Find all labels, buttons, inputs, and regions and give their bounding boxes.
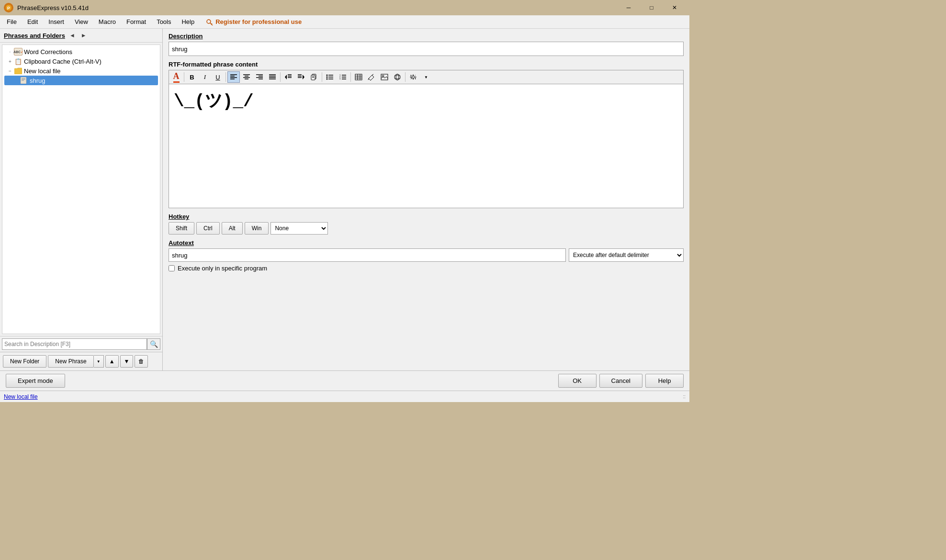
tree-expander[interactable]: + — [6, 59, 14, 64]
new-phrase-dropdown[interactable]: ▼ — [94, 355, 104, 368]
new-phrase-button[interactable]: New Phrase — [48, 355, 93, 368]
phrase-icon — [20, 77, 28, 84]
maximize-button[interactable]: □ — [641, 0, 663, 15]
align-left-button[interactable] — [227, 71, 240, 83]
web-button[interactable] — [391, 71, 404, 83]
help-button[interactable]: Help — [645, 374, 684, 388]
menu-tools[interactable]: Tools — [152, 16, 176, 27]
description-input[interactable] — [169, 42, 684, 56]
new-phrase-container: New Phrase ▼ — [48, 355, 103, 368]
search-button[interactable]: 🔍 — [147, 338, 160, 350]
svg-rect-49 — [355, 74, 362, 80]
hotkey-shift-button[interactable]: Shift — [169, 222, 194, 235]
rtf-label: RTF-formatted phrase content — [169, 61, 684, 68]
statusbar: New local file :: — [0, 391, 689, 402]
hotkey-win-button[interactable]: Win — [245, 222, 269, 235]
titlebar-controls: ─ □ ✕ — [618, 0, 686, 15]
align-justify-button[interactable] — [266, 71, 279, 83]
hotkey-dropdown[interactable]: None F1F2F3F4 F5F6F7F8 F9F10F11F12 — [270, 222, 328, 235]
dropdown-arrow-button[interactable]: ▼ — [420, 71, 432, 83]
toolbar-separator — [405, 72, 405, 82]
svg-line-54 — [372, 74, 373, 75]
key-icon — [206, 18, 214, 26]
nav-back-arrow[interactable]: ◄ — [68, 32, 77, 39]
description-label: Description — [169, 33, 684, 40]
rtf-content-wrapper: \_(ツ)_/ — [169, 84, 684, 208]
tree-expander[interactable]: − — [6, 68, 14, 74]
tree-label-local-file: New local file — [24, 67, 61, 75]
copy-formatting-button[interactable] — [308, 71, 320, 83]
description-section: Description — [169, 33, 684, 61]
menu-file[interactable]: File — [2, 16, 22, 27]
cancel-button[interactable]: Cancel — [599, 374, 642, 388]
ok-button[interactable]: OK — [558, 374, 597, 388]
move-up-button[interactable]: ▲ — [105, 355, 119, 368]
menu-edit[interactable]: Edit — [23, 16, 43, 27]
indent-increase-button[interactable] — [295, 71, 307, 83]
svg-point-62 — [412, 76, 415, 78]
tree-item-clipboard[interactable]: + 📋 Clipboard Cache (Ctrl-Alt-V) — [4, 56, 158, 66]
svg-point-59 — [396, 74, 399, 80]
phrases-header: Phrases and Folders ◄ ► — [0, 29, 162, 43]
settings-button[interactable] — [407, 71, 419, 83]
align-center-button[interactable] — [240, 71, 253, 83]
bottom-buttons: New Folder New Phrase ▼ ▲ ▼ 🗑 — [0, 352, 162, 370]
menu-format[interactable]: Format — [122, 16, 151, 27]
menu-help[interactable]: Help — [177, 16, 199, 27]
font-color-button[interactable]: A — [170, 71, 182, 83]
tree-item-word-corrections[interactable]: · ABC✓ Word Corrections — [4, 47, 158, 56]
statusbar-dots: :: — [683, 394, 686, 399]
toolbar-separator — [184, 72, 184, 82]
bullet-list-button[interactable] — [324, 71, 336, 83]
tree-expander[interactable]: · — [6, 49, 14, 55]
menu-insert[interactable]: Insert — [44, 16, 69, 27]
hotkey-ctrl-button[interactable]: Ctrl — [196, 222, 220, 235]
autotext-execute-dropdown[interactable]: Execute after default delimiter Execute … — [569, 248, 684, 262]
action-bar: Expert mode OK Cancel Help — [0, 370, 689, 391]
new-folder-button[interactable]: New Folder — [3, 355, 46, 368]
hotkey-alt-button[interactable]: Alt — [222, 222, 243, 235]
italic-button[interactable]: I — [199, 71, 211, 83]
specific-program-checkbox[interactable] — [169, 265, 175, 271]
autotext-section: Autotext Execute after default delimiter… — [169, 239, 684, 272]
svg-line-55 — [368, 78, 369, 80]
table-button[interactable] — [352, 71, 365, 83]
menu-view[interactable]: View — [70, 16, 93, 27]
underline-button[interactable]: U — [212, 71, 224, 83]
rtf-content-area[interactable]: \_(ツ)_/ — [169, 84, 684, 208]
search-input[interactable] — [2, 338, 147, 350]
register-link[interactable]: Register for professional use — [206, 18, 302, 26]
autotext-row: Execute after default delimiter Execute … — [169, 248, 684, 262]
image-button[interactable] — [378, 71, 391, 83]
rtf-section: RTF-formatted phrase content A B I U — [169, 61, 684, 208]
left-panel: Phrases and Folders ◄ ► · ABC✓ Word Corr… — [0, 29, 163, 370]
phrases-header-label: Phrases and Folders — [4, 32, 65, 39]
toolbar-separator — [280, 72, 281, 82]
indent-decrease-button[interactable] — [282, 71, 294, 83]
specific-program-label: Execute only in specific program — [178, 265, 267, 272]
tree-area: · ABC✓ Word Corrections + 📋 Clipboard Ca… — [2, 45, 160, 334]
svg-marker-32 — [303, 75, 304, 79]
statusbar-link[interactable]: New local file — [4, 393, 38, 400]
expert-mode-button[interactable]: Expert mode — [6, 374, 65, 388]
svg-point-58 — [394, 74, 400, 80]
tree-item-local-file[interactable]: − New local file — [4, 66, 158, 76]
clipboard-icon: 📋 — [14, 57, 23, 65]
main-area: Phrases and Folders ◄ ► · ABC✓ Word Corr… — [0, 29, 689, 370]
tree-item-shrug[interactable]: shrug — [4, 76, 158, 85]
align-right-button[interactable] — [253, 71, 266, 83]
nav-forward-arrow[interactable]: ► — [79, 32, 88, 39]
edit-button[interactable] — [365, 71, 378, 83]
close-button[interactable]: ✕ — [664, 0, 686, 15]
toolbar-separator — [350, 72, 351, 82]
autotext-input[interactable] — [169, 248, 566, 262]
svg-point-38 — [327, 77, 328, 78]
bold-button[interactable]: B — [186, 71, 198, 83]
move-down-button[interactable]: ▼ — [120, 355, 134, 368]
hotkey-label: Hotkey — [169, 213, 684, 220]
delete-button[interactable]: 🗑 — [135, 355, 148, 368]
menu-macro[interactable]: Macro — [94, 16, 121, 27]
titlebar-left: P PhraseExpress v10.5.41d — [4, 3, 89, 12]
minimize-button[interactable]: ─ — [618, 0, 640, 15]
number-list-button[interactable]: 1.2.3. — [337, 71, 349, 83]
